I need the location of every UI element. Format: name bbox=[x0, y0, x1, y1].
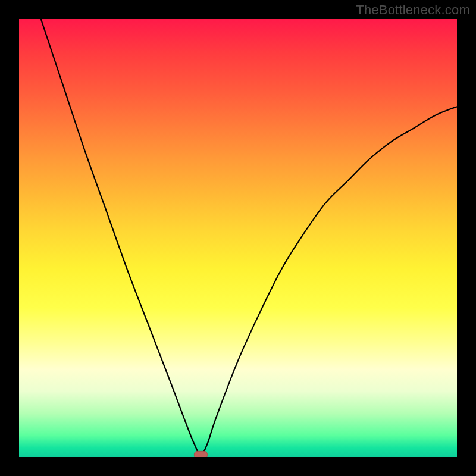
minimum-marker bbox=[194, 451, 207, 457]
watermark-text: TheBottleneck.com bbox=[356, 2, 470, 18]
chart-svg bbox=[19, 19, 457, 457]
plot-area bbox=[19, 19, 457, 457]
bottleneck-curve bbox=[41, 19, 457, 455]
chart-frame: TheBottleneck.com bbox=[0, 0, 476, 476]
